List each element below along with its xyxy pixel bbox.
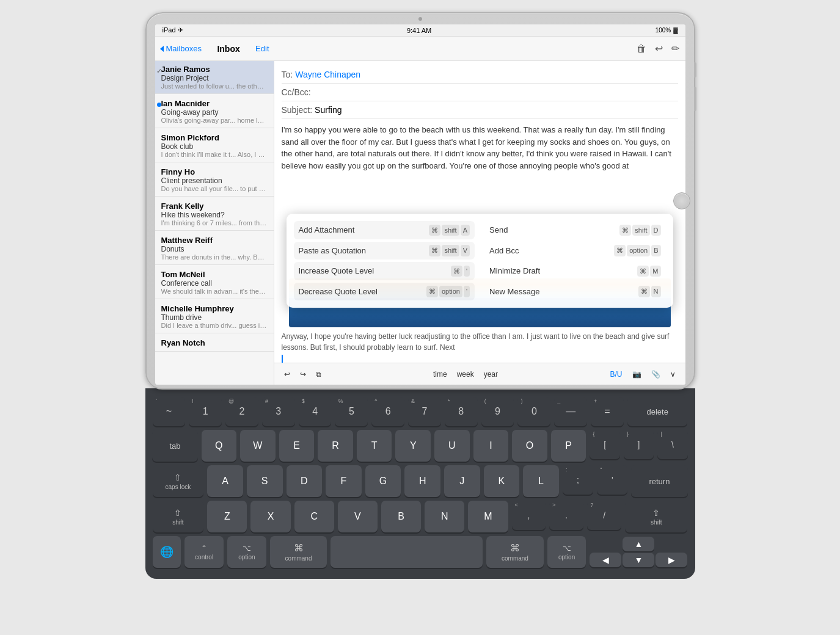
mail-item[interactable]: Ryan Notch bbox=[155, 333, 274, 352]
compose-body[interactable]: I'm so happy you were able to go to the … bbox=[274, 119, 685, 363]
week-button[interactable]: week bbox=[452, 368, 479, 381]
key-f[interactable]: F bbox=[326, 465, 362, 497]
key-1[interactable]: !1 bbox=[189, 397, 222, 426]
key-p[interactable]: P bbox=[551, 430, 586, 462]
key-3[interactable]: #3 bbox=[262, 397, 295, 426]
back-icon[interactable] bbox=[160, 46, 164, 52]
power-button[interactable] bbox=[694, 87, 696, 111]
mail-item[interactable]: Simon Pickford Book club I don't think I… bbox=[155, 128, 274, 162]
key-5[interactable]: %5 bbox=[335, 397, 368, 426]
key-h[interactable]: H bbox=[404, 465, 440, 497]
key-j[interactable]: J bbox=[444, 465, 480, 497]
subject-value[interactable]: Surfing bbox=[315, 105, 341, 115]
key-k[interactable]: K bbox=[484, 465, 520, 497]
key-m[interactable]: M bbox=[468, 501, 508, 532]
key-q[interactable]: Q bbox=[202, 430, 237, 462]
home-button[interactable] bbox=[673, 192, 690, 209]
undo-button[interactable]: ↩ bbox=[279, 368, 295, 381]
key-close-bracket[interactable]: }] bbox=[624, 430, 654, 459]
mail-item[interactable]: Michelle Humphrey Thumb drive Did I leav… bbox=[155, 299, 274, 333]
key-t[interactable]: T bbox=[357, 430, 392, 462]
control-key[interactable]: ⌃ control bbox=[184, 536, 224, 568]
key-w[interactable]: W bbox=[240, 430, 276, 462]
key-a[interactable]: A bbox=[207, 465, 243, 497]
reply-icon[interactable]: ↩ bbox=[655, 43, 663, 54]
delete-key[interactable]: delete bbox=[627, 397, 688, 426]
compose-icon[interactable]: ✏ bbox=[671, 43, 679, 54]
key-6[interactable]: ^6 bbox=[371, 397, 404, 426]
volume-up-button[interactable] bbox=[694, 62, 696, 78]
shift-left-key[interactable]: ⇧ shift bbox=[153, 501, 204, 532]
key-u[interactable]: U bbox=[434, 430, 470, 462]
redo-button[interactable]: ↪ bbox=[295, 368, 311, 381]
year-button[interactable]: year bbox=[479, 368, 503, 381]
key-e[interactable]: E bbox=[279, 430, 315, 462]
key-i[interactable]: I bbox=[473, 430, 509, 462]
caps-lock-key[interactable]: ⇧ caps lock bbox=[153, 465, 204, 497]
bold-underline-button[interactable]: B/U bbox=[605, 368, 627, 381]
key-l[interactable]: L bbox=[523, 465, 559, 497]
command-left-key[interactable]: ⌘ command bbox=[270, 536, 327, 568]
mail-item[interactable]: Finny Ho Client presentation Do you have… bbox=[155, 162, 274, 197]
key-c[interactable]: C bbox=[294, 501, 334, 532]
trash-icon[interactable]: 🗑 bbox=[637, 43, 646, 54]
camera-button[interactable]: 📷 bbox=[627, 368, 646, 381]
time-button[interactable]: time bbox=[428, 368, 452, 381]
key-2[interactable]: @2 bbox=[225, 397, 258, 426]
key-9[interactable]: (9 bbox=[481, 397, 514, 426]
key-z[interactable]: Z bbox=[207, 501, 247, 532]
key-g[interactable]: G bbox=[365, 465, 401, 497]
arrow-up-key[interactable]: ▲ bbox=[623, 537, 654, 551]
key-slash[interactable]: ?/ bbox=[587, 501, 621, 530]
key-minus[interactable]: _— bbox=[554, 397, 587, 426]
option-left-key[interactable]: ⌥ option bbox=[227, 536, 266, 568]
ccbcc-field-row[interactable]: Cc/Bcc: bbox=[282, 84, 678, 101]
key-b[interactable]: B bbox=[381, 501, 421, 532]
edit-button[interactable]: Edit bbox=[255, 44, 269, 53]
key-r[interactable]: R bbox=[318, 430, 353, 462]
key-equals[interactable]: += bbox=[591, 397, 624, 426]
key-d[interactable]: D bbox=[287, 465, 323, 497]
key-0[interactable]: )0 bbox=[517, 397, 550, 426]
arrow-down-key[interactable]: ▼ bbox=[623, 553, 654, 567]
return-key[interactable]: return bbox=[631, 465, 687, 497]
attachment-button[interactable]: 📎 bbox=[646, 368, 665, 381]
paste-button[interactable]: ⧉ bbox=[311, 368, 326, 381]
key-backslash[interactable]: |\ bbox=[657, 430, 687, 459]
key-v[interactable]: V bbox=[338, 501, 378, 532]
subject-field-row[interactable]: Subject: Surfing bbox=[282, 101, 678, 119]
arrow-right-key[interactable]: ▶ bbox=[656, 553, 687, 567]
key-backtick[interactable]: `~ bbox=[153, 397, 186, 426]
mail-item[interactable]: Tom McNeil Conference call We should tal… bbox=[155, 265, 274, 299]
back-button[interactable]: Mailboxes bbox=[166, 44, 202, 53]
key-y[interactable]: Y bbox=[395, 430, 431, 462]
key-semicolon[interactable]: :; bbox=[563, 465, 593, 495]
key-7[interactable]: &7 bbox=[408, 397, 441, 426]
key-8[interactable]: *8 bbox=[445, 397, 478, 426]
tab-key[interactable]: tab bbox=[152, 430, 197, 462]
collapse-button[interactable]: ∨ bbox=[665, 368, 681, 381]
key-n[interactable]: N bbox=[425, 501, 464, 532]
mail-item[interactable]: Ian Macnider Going-away party Olivia's g… bbox=[155, 94, 274, 128]
ipad-screen: iPad ✈ 9:41 AM 100% ▓ Mailboxes Inbox bbox=[155, 24, 685, 385]
command-right-key[interactable]: ⌘ command bbox=[486, 536, 543, 568]
shift-right-key[interactable]: ⇧ shift bbox=[625, 501, 687, 532]
spacebar[interactable] bbox=[331, 536, 483, 568]
mail-item[interactable]: Frank Kelly Hike this weekend? I'm think… bbox=[155, 197, 274, 231]
key-o[interactable]: O bbox=[512, 430, 547, 462]
key-4[interactable]: $4 bbox=[299, 397, 332, 426]
arrow-left-key[interactable]: ◀ bbox=[590, 553, 621, 567]
key-x[interactable]: X bbox=[250, 501, 290, 532]
key-comma[interactable]: <, bbox=[512, 501, 546, 530]
mail-item[interactable]: ✓ Janie Ramos Design Project Just wanted… bbox=[155, 60, 274, 94]
key-period[interactable]: >. bbox=[549, 501, 583, 530]
option-right-key[interactable]: ⌥ option bbox=[547, 536, 586, 568]
to-field-row[interactable]: To: Wayne Chinapen bbox=[282, 66, 678, 84]
to-value[interactable]: Wayne Chinapen bbox=[295, 70, 360, 79]
key-quote[interactable]: "' bbox=[597, 465, 627, 495]
mail-item[interactable]: Matthew Reiff Donuts There are donuts in… bbox=[155, 231, 274, 265]
globe-key[interactable]: 🌐 bbox=[153, 536, 181, 568]
mail-sender: Ryan Notch bbox=[161, 338, 268, 347]
key-s[interactable]: S bbox=[247, 465, 283, 497]
key-open-bracket[interactable]: {[ bbox=[590, 430, 619, 459]
